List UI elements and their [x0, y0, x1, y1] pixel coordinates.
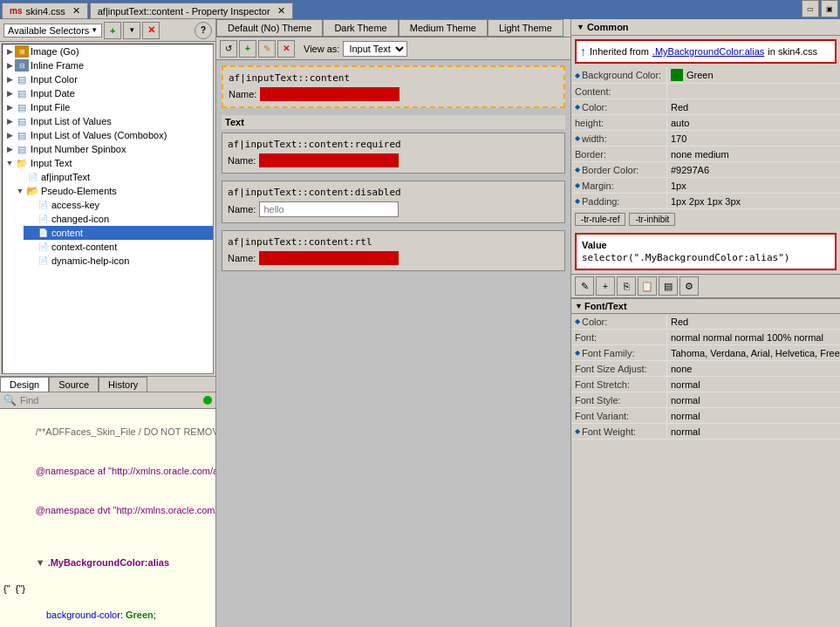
tr-inhibit-tag[interactable]: -tr-inhibit [629, 213, 675, 226]
history-tab[interactable]: History [99, 377, 147, 392]
available-selectors-dropdown[interactable]: Available Selectors ▼ [3, 24, 102, 37]
expand-toggle[interactable]: ▶ [4, 116, 15, 126]
tab-light-theme[interactable]: Light Theme [488, 19, 563, 37]
prop-label-height: height: [571, 115, 667, 130]
preview-btn-3[interactable]: ✎ [258, 40, 276, 58]
add-dropdown-btn[interactable]: ▼ [123, 22, 140, 39]
tree-label: Input File [31, 102, 70, 112]
expand-toggle[interactable]: ▶ [4, 60, 15, 71]
preview-block-2: af|inputText::content:required Name: [222, 133, 565, 174]
icon-btn-2[interactable]: + [596, 276, 615, 296]
font-value-variant[interactable]: normal [667, 408, 840, 423]
tr-rule-ref-tag[interactable]: -tr-rule-ref [575, 213, 625, 226]
collapse-font-icon[interactable]: ▼ [575, 302, 583, 310]
tree-item-input-text[interactable]: ▼ 📁 Input Text [3, 156, 213, 170]
font-value-color[interactable]: Red [667, 314, 840, 329]
font-label-size-adjust: Font Size Adjust: [571, 361, 667, 376]
expand-toggle[interactable]: ▶ [4, 88, 15, 99]
icon-btn-1[interactable]: ✎ [575, 276, 594, 296]
tab-medium-theme[interactable]: Medium Theme [399, 19, 488, 37]
preview-btn-2[interactable]: + [239, 40, 256, 58]
font-value-size-adjust[interactable]: none [667, 361, 840, 376]
pi-close-icon[interactable]: ✕ [277, 5, 285, 17]
tree-item-pseudo-elements[interactable]: ▼ 📂 Pseudo-Elements [13, 184, 213, 198]
icon-btn-6[interactable]: ⚙ [680, 276, 699, 296]
prop-value-margin[interactable]: 1px [667, 178, 840, 193]
prop-value-border[interactable]: none medium [667, 147, 840, 161]
icon-btn-5[interactable]: ▤ [659, 276, 678, 296]
expand-toggle[interactable]: ▶ [4, 46, 15, 57]
prop-value-width[interactable]: 170 [667, 131, 840, 146]
skin-file-tab[interactable]: ms skin4.css ✕ [2, 3, 88, 19]
source-tab[interactable]: Source [49, 377, 99, 392]
font-value-stretch[interactable]: normal [667, 377, 840, 392]
font-label-stretch: Font Stretch: [571, 377, 667, 392]
close-icon[interactable]: ✕ [72, 5, 80, 17]
font-prop-color: ◆ Color: Red [571, 314, 840, 330]
value-box-label: Value [582, 240, 830, 250]
tree-item-input-color[interactable]: ▶ ▤ Input Color [3, 72, 213, 86]
prop-value-bg-color[interactable]: Green [667, 67, 840, 83]
tree-item-input-list-values[interactable]: ▶ ▤ Input List of Values [3, 114, 213, 128]
preview-input-1[interactable] [260, 87, 400, 101]
prop-value-color[interactable]: Red [667, 99, 840, 114]
prop-label-padding: ◆ Padding: [571, 194, 667, 208]
expand-toggle[interactable]: ▼ [15, 186, 25, 196]
expand-toggle[interactable]: ▶ [4, 144, 15, 154]
pi-tab-label: af|inputText::content - Property Inspect… [98, 6, 270, 17]
icon-btn-4[interactable]: 📋 [638, 276, 657, 296]
tree-item-af-inputtext[interactable]: ▶ 📄 af|inputText [13, 170, 213, 184]
tree-item-access-key[interactable]: ▶ 📄 access-key [24, 198, 213, 212]
preview-input-2[interactable] [259, 153, 399, 167]
preview-btn-4[interactable]: ✕ [277, 40, 295, 58]
view-as-select[interactable]: Input Text [343, 41, 407, 57]
tree-item-input-number-spinbox[interactable]: ▶ ▤ Input Number Spinbox [3, 142, 213, 156]
diamond-icon: ◆ [575, 427, 580, 435]
collapse-common-icon[interactable]: ▼ [577, 23, 584, 31]
collapse-btn[interactable]: ▭ [802, 0, 819, 17]
tree-item-inline-frame[interactable]: ▶ ⊟ Inline Frame [3, 58, 213, 72]
maximize-btn[interactable]: ▣ [821, 0, 838, 17]
tree-item-image-go[interactable]: ▶ ⊞ Image (Go) [3, 44, 213, 58]
prop-value-content[interactable] [667, 84, 840, 99]
font-value-family[interactable]: Tahoma, Verdana, Arial, Helvetica, Free [667, 345, 840, 360]
inherited-text: Inherited from [590, 46, 649, 57]
expand-toggle[interactable]: ▼ [4, 158, 15, 168]
inherited-link[interactable]: .MyBackgroundColor:alias [652, 46, 764, 57]
preview-btn-1[interactable]: ↺ [220, 40, 237, 58]
tree-label: Input Color [31, 74, 78, 85]
tab-dark-theme[interactable]: Dark Theme [323, 19, 398, 37]
expand-toggle[interactable]: ▶ [4, 74, 15, 85]
tree-item-input-date[interactable]: ▶ ▤ Input Date [3, 86, 213, 100]
add-selector-btn[interactable]: + [104, 22, 121, 39]
preview-input-4[interactable] [259, 251, 399, 265]
prop-value-padding[interactable]: 1px 2px 1px 3px [667, 194, 840, 208]
preview-selector-1: af|inputText::content [229, 72, 558, 84]
property-inspector-tab[interactable]: af|inputText::content - Property Inspect… [90, 3, 293, 19]
tree-item-dynamic-help-icon[interactable]: ▶ 📄 dynamic-help-icon [24, 254, 213, 268]
icon-btn-3[interactable]: ⎘ [617, 276, 636, 296]
tree-item-input-file[interactable]: ▶ ▤ Input File [3, 100, 213, 114]
font-value-weight[interactable]: normal [667, 424, 840, 439]
tab-default-theme[interactable]: Default (No) Theme [216, 19, 323, 37]
tree-item-context-content[interactable]: ▶ 📄 context-content [24, 240, 213, 254]
tree-item-input-list-combobox[interactable]: ▶ ▤ Input List of Values (Combobox) [3, 128, 213, 142]
font-value-font[interactable]: normal normal normal 100% normal [667, 330, 840, 344]
design-tab[interactable]: Design [0, 377, 49, 392]
tree-item-changed-icon[interactable]: ▶ 📄 changed-icon [24, 212, 213, 226]
delete-selector-btn[interactable]: ✕ [142, 22, 160, 39]
font-value-style[interactable]: normal [667, 392, 840, 407]
help-btn[interactable]: ? [195, 22, 212, 39]
prop-border: Border: none medium [571, 147, 840, 162]
expand-toggle[interactable]: ▶ [4, 102, 15, 112]
preview-label-4: Name: [228, 253, 256, 263]
preview-input-3[interactable] [259, 201, 399, 217]
left-toolbar: Available Selectors ▼ + ▼ ✕ ? [0, 19, 215, 42]
changed-icon-icon: 📄 [36, 213, 50, 225]
search-input[interactable] [20, 395, 200, 406]
tree-item-content[interactable]: ▶ 📄 content [24, 226, 213, 240]
expand-toggle[interactable]: ▶ [4, 130, 15, 140]
prop-value-height[interactable]: auto [667, 115, 840, 130]
input-date-icon: ▤ [15, 87, 29, 99]
prop-value-border-color[interactable]: #9297A6 [667, 162, 840, 177]
